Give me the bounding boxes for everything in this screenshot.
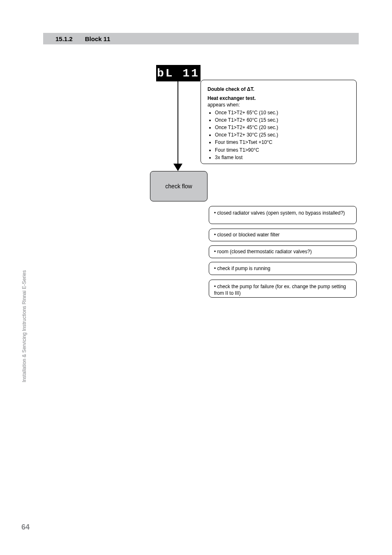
info-box: Double check of ΔT. Heat exchanger test.… (201, 80, 357, 164)
flow-check-box: check flow (150, 171, 208, 201)
page-number: 64 (21, 523, 30, 532)
cause-text: • room (closed thermostatic radiator val… (214, 248, 312, 255)
section-number: 15.1.2 (55, 35, 73, 42)
info-title: Double check of ΔT. (208, 86, 350, 92)
cause-text: • check if pump is running (214, 265, 270, 272)
cause-box: • closed radiator valves (open system, n… (209, 206, 357, 224)
info-list-intro: appears when: (208, 102, 350, 108)
side-document-title: Installation & Servicing Instructions Ri… (21, 259, 30, 382)
list-item: Four times T1>90°C (215, 147, 350, 153)
segment-display-text: bL 11 (157, 67, 200, 80)
info-title-prefix: Double check of (208, 86, 247, 92)
cause-box: • room (closed thermostatic radiator val… (209, 245, 357, 258)
list-item: Once T1>T2+ 65°C (10 sec.) (215, 109, 350, 116)
section-title: Block 11 (85, 35, 111, 42)
cause-box: • check the pump for failure (for ex. ch… (209, 280, 357, 298)
cause-box: • closed or blocked water filter (209, 229, 357, 241)
cause-box: • check if pump is running (209, 262, 357, 275)
flow-check-label: check flow (165, 183, 192, 190)
info-list: Once T1>T2+ 65°C (10 sec.) Once T1>T2+ 6… (208, 109, 350, 161)
arrow-head-icon (173, 164, 182, 171)
list-item: Once T1>T2+ 60°C (15 sec.) (215, 117, 350, 123)
info-title-suffix: T. (251, 86, 254, 92)
info-subtitle: Heat exchanger test. (208, 95, 350, 102)
section-header: 15.1.2 Block 11 (43, 33, 359, 44)
list-item: Once T1>T2+ 45°C (20 sec.) (215, 124, 350, 131)
cause-text: • closed radiator valves (open system, n… (214, 210, 345, 216)
arrow-line (178, 81, 178, 164)
delta-symbol: Δ (247, 86, 251, 92)
segment-display: bL 11 (156, 65, 201, 81)
list-item: Four times T1>Tset +10°C (215, 139, 350, 146)
list-item: Once T1>T2+ 30°C (25 sec.) (215, 132, 350, 138)
cause-text: • closed or blocked water filter (214, 231, 280, 238)
cause-text: • check the pump for failure (for ex. ch… (214, 284, 346, 296)
list-item: 3x flame lost (215, 154, 350, 161)
